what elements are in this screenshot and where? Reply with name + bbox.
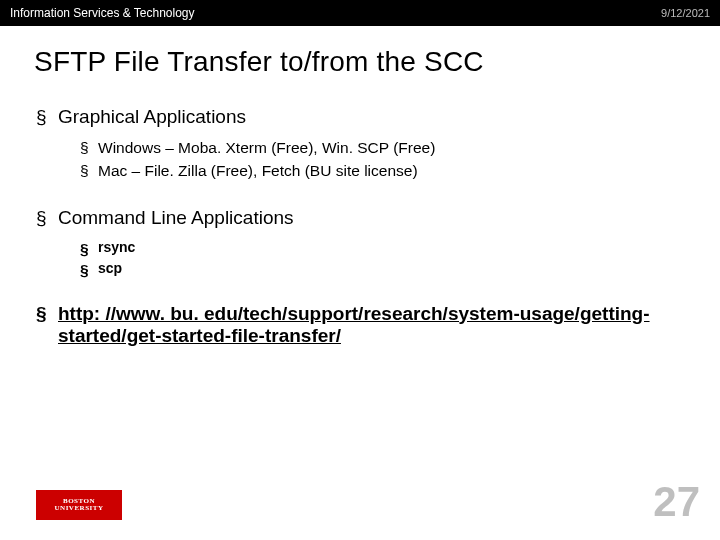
page-number: 27 xyxy=(653,478,700,526)
slide-date: 9/12/2021 xyxy=(661,7,710,19)
section-heading-text: Command Line Applications xyxy=(58,207,294,228)
logo-text: BOSTON UNIVERSITY xyxy=(55,498,104,513)
sub-bullet: rsync xyxy=(58,237,684,258)
top-bar: Information Services & Technology 9/12/2… xyxy=(0,0,720,26)
bu-logo: BOSTON UNIVERSITY xyxy=(36,490,122,520)
slide: Information Services & Technology 9/12/2… xyxy=(0,0,720,540)
bullet-section-2: Command Line Applications rsync scp xyxy=(36,207,684,279)
slide-footer: BOSTON UNIVERSITY 27 xyxy=(0,480,720,530)
section-heading: Graphical Applications Windows – Moba. X… xyxy=(36,106,684,183)
section-heading-text: Graphical Applications xyxy=(58,106,246,127)
bullet-section-link: http: //www. bu. edu/tech/support/resear… xyxy=(36,303,684,347)
sub-bullet: Windows – Moba. Xterm (Free), Win. SCP (… xyxy=(58,136,684,159)
logo-line-2: UNIVERSITY xyxy=(55,504,104,512)
sub-bullets: rsync scp xyxy=(58,237,684,279)
slide-title: SFTP File Transfer to/from the SCC xyxy=(0,26,720,84)
slide-content: Graphical Applications Windows – Moba. X… xyxy=(0,84,720,347)
org-name: Information Services & Technology xyxy=(10,6,195,20)
reference-link[interactable]: http: //www. bu. edu/tech/support/resear… xyxy=(58,303,650,346)
section-heading: Command Line Applications rsync scp xyxy=(36,207,684,279)
bullet-section-1: Graphical Applications Windows – Moba. X… xyxy=(36,106,684,183)
link-bullet: http: //www. bu. edu/tech/support/resear… xyxy=(36,303,684,347)
sub-bullets: Windows – Moba. Xterm (Free), Win. SCP (… xyxy=(58,136,684,183)
sub-bullet: Mac – File. Zilla (Free), Fetch (BU site… xyxy=(58,159,684,182)
sub-bullet: scp xyxy=(58,258,684,279)
